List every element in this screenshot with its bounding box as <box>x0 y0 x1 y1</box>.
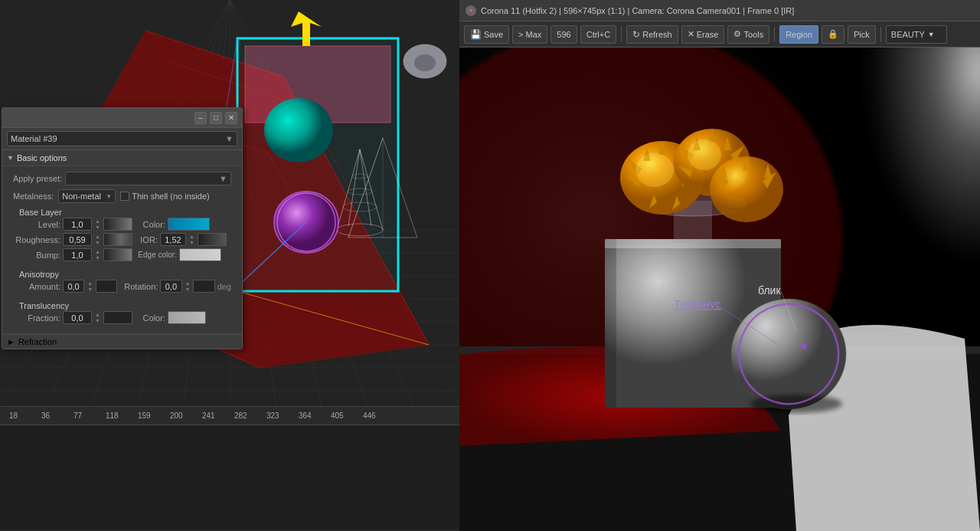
close-button[interactable]: ✕ <box>225 112 237 124</box>
rotation-value[interactable]: 0,0 <box>160 280 181 293</box>
color-swatch-blue[interactable] <box>168 218 210 231</box>
resolution-button[interactable]: 596 <box>550 25 577 44</box>
ior-label: IOR: <box>135 235 158 244</box>
amount-slider[interactable] <box>96 280 117 293</box>
thin-shell-checkbox[interactable] <box>120 192 129 201</box>
save-icon: 💾 <box>470 29 482 40</box>
rotation-spinner: ▲ ▼ <box>185 280 191 293</box>
roughness-spinner: ▲ ▼ <box>94 234 101 246</box>
level-value[interactable]: 1,0 <box>63 218 92 231</box>
preset-arrow-icon: ▼ <box>219 174 227 183</box>
amount-up[interactable]: ▲ <box>87 280 93 287</box>
svg-point-76 <box>731 299 846 409</box>
bump-spinner: ▲ ▼ <box>94 249 101 261</box>
maximize-button[interactable]: □ <box>210 112 222 124</box>
ruler-mark: 159 <box>136 411 168 420</box>
translucency-row: Fraction: 0,0 ▲ ▼ Color: <box>13 311 231 324</box>
anisotropy-section: Anisotropy Amount: 0,0 ▲ ▼ Rotation: 0,0… <box>7 267 237 298</box>
roughness-slider[interactable] <box>103 233 132 246</box>
bump-down[interactable]: ▼ <box>94 255 101 261</box>
fraction-value[interactable]: 0,0 <box>63 311 92 324</box>
beauty-dropdown[interactable]: BEAUTY ▼ <box>886 25 947 44</box>
svg-point-60 <box>635 153 674 187</box>
ior-slider[interactable] <box>198 233 227 246</box>
timeline-tracks[interactable] <box>0 425 459 529</box>
ior-spinner: ▲ ▼ <box>188 234 195 246</box>
minimize-button[interactable]: – <box>194 112 207 124</box>
base-layer-label: Base Layer <box>13 205 231 218</box>
amount-spinner: ▲ ▼ <box>87 280 93 293</box>
tools-icon: ⚙ <box>733 29 741 39</box>
render-window-icon: ● <box>466 5 476 16</box>
region-button[interactable]: Region <box>779 25 818 44</box>
svg-point-39 <box>414 54 436 71</box>
render-title-text: Corona 11 (Hotfix 2) | 596×745px (1:1) |… <box>481 6 974 15</box>
material-dropdown[interactable]: Material #39 ▼ <box>7 131 237 146</box>
refraction-label: Refraction <box>18 337 57 346</box>
bump-value[interactable]: 1,0 <box>63 248 92 261</box>
amount-down[interactable]: ▼ <box>87 287 93 293</box>
svg-point-69 <box>688 139 721 170</box>
bump-up[interactable]: ▲ <box>94 249 101 255</box>
timeline: 18 36 77 118 159 200 241 282 323 364 405… <box>0 406 459 531</box>
edge-color-swatch[interactable] <box>179 248 221 261</box>
max-button[interactable]: > Max <box>512 25 547 44</box>
level-color-row: Level: 1,0 ▲ ▼ Color: <box>13 218 231 231</box>
ior-value[interactable]: 1,52 <box>160 233 186 246</box>
roughness-down[interactable]: ▼ <box>94 240 101 246</box>
copy-button[interactable]: Ctrl+C <box>580 25 616 44</box>
metalness-dropdown[interactable]: Non-metal ▼ <box>58 189 116 203</box>
fraction-down[interactable]: ▼ <box>94 318 101 324</box>
level-down[interactable]: ▼ <box>94 225 101 231</box>
ruler-mark: 241 <box>201 411 233 420</box>
ruler-mark: 323 <box>265 411 297 420</box>
translucency-color-swatch[interactable] <box>168 311 206 324</box>
thin-shell-label: Thin shell (no inside) <box>132 192 210 201</box>
ruler-mark: 364 <box>297 411 329 420</box>
annotation-terminus: Термінус <box>674 297 721 310</box>
basic-options-header[interactable]: ▼ Basic options <box>2 150 242 166</box>
rotation-slider[interactable] <box>193 280 214 293</box>
save-button[interactable]: 💾 Save <box>464 25 509 44</box>
thin-shell-checkbox-area: Thin shell (no inside) <box>120 192 210 201</box>
basic-options-content: Apply preset: ▼ Metalness: Non-metal ▼ <box>2 166 242 333</box>
rotation-down[interactable]: ▼ <box>185 287 191 293</box>
roughness-ior-row: Roughness: 0,59 ▲ ▼ IOR: 1,52 ▲ ▼ <box>13 233 231 246</box>
level-slider[interactable] <box>103 218 132 231</box>
refraction-collapse-icon: ► <box>7 337 15 346</box>
ruler-mark: 405 <box>329 411 361 420</box>
amount-value[interactable]: 0,0 <box>63 280 84 293</box>
refresh-button[interactable]: ↻ Refresh <box>626 25 678 44</box>
refraction-section[interactable]: ► Refraction <box>2 334 242 349</box>
bump-edge-row: Bump: 1,0 ▲ ▼ Edge color: <box>13 248 231 261</box>
roughness-value[interactable]: 0,59 <box>63 233 92 246</box>
erase-button[interactable]: ✕ Erase <box>681 25 725 44</box>
rotation-up[interactable]: ▲ <box>185 280 191 287</box>
apply-preset-dropdown[interactable]: ▼ <box>65 172 231 185</box>
tools-button[interactable]: ⚙ Tools <box>727 25 769 44</box>
trans-color-label: Color: <box>135 313 165 323</box>
ruler-mark: 446 <box>361 411 394 420</box>
ior-up[interactable]: ▲ <box>188 234 195 240</box>
lock-button[interactable]: 🔒 <box>822 25 844 44</box>
svg-rect-46 <box>605 239 616 408</box>
lock-icon: 🔒 <box>828 29 838 39</box>
level-up[interactable]: ▲ <box>94 218 101 225</box>
roughness-up[interactable]: ▲ <box>94 234 101 240</box>
fraction-up[interactable]: ▲ <box>94 312 101 318</box>
viewport-area: – □ ✕ Material #39 ▼ ▼ Basic options App… <box>0 0 459 531</box>
render-window: ● Corona 11 (Hotfix 2) | 596×745px (1:1)… <box>459 0 980 531</box>
window-controls: – □ ✕ <box>194 112 237 124</box>
ior-down[interactable]: ▼ <box>188 240 195 246</box>
fraction-slider[interactable] <box>103 311 132 324</box>
bump-slider[interactable] <box>103 248 132 261</box>
pick-button[interactable]: Pick <box>848 25 876 44</box>
render-toolbar: 💾 Save > Max 596 Ctrl+C ↻ Refresh ✕ Eras… <box>459 21 980 48</box>
material-panel: – □ ✕ Material #39 ▼ ▼ Basic options App… <box>2 107 243 349</box>
annotation-blik: блик <box>758 284 781 297</box>
teal-sphere <box>264 98 333 162</box>
base-layer-section: Base Layer Level: 1,0 ▲ ▼ Color: <box>7 205 237 267</box>
erase-icon: ✕ <box>688 29 694 39</box>
toolbar-separator-2 <box>774 27 775 42</box>
ruler-mark: 18 <box>8 411 40 420</box>
